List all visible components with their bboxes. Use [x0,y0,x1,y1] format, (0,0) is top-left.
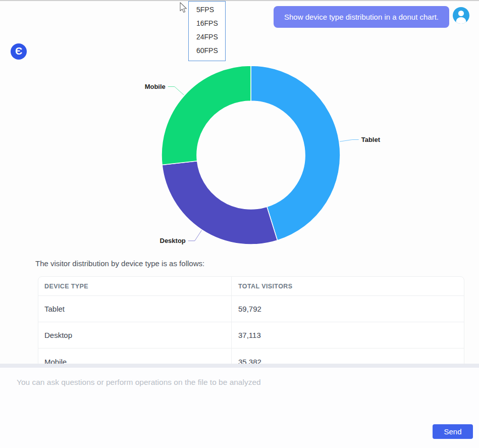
fps-menu-item-16fps[interactable]: 16FPS [189,17,225,30]
donut-chart[interactable]: TabletDesktopMobile [0,1,479,264]
label-line-desktop [188,230,202,241]
cell-total-visitors: 35,382 [232,349,464,364]
cell-device-type: Tablet [38,296,232,322]
send-button[interactable]: Send [433,424,473,439]
slice-label-mobile: Mobile [145,83,166,90]
cell-total-visitors: 59,792 [232,296,464,322]
donut-slice-mobile[interactable] [162,66,251,165]
app-window: Є Show device type distribution in a don… [0,0,479,448]
table-body: Tablet59,792Desktop37,113Mobile35,382 [38,296,464,364]
fps-dropdown-menu: 5FPS16FPS24FPS60FPS [188,1,226,61]
fps-menu-item-5fps[interactable]: 5FPS [189,3,225,17]
table-header-total-visitors: TOTAL VISITORS [232,277,464,295]
table-header-row: DEVICE TYPE TOTAL VISITORS [38,277,464,296]
fps-menu-item-24fps[interactable]: 24FPS [189,30,225,44]
label-line-tablet [340,140,359,142]
device-table: DEVICE TYPE TOTAL VISITORS Tablet59,792D… [38,276,464,364]
cell-device-type: Mobile [38,349,232,364]
composer-divider [0,364,479,368]
table-row-desktop: Desktop37,113 [38,322,464,349]
donut-slice-desktop[interactable] [162,161,277,244]
cell-total-visitors: 37,113 [232,322,464,348]
cell-device-type: Desktop [38,322,232,348]
slice-label-tablet: Tablet [361,136,381,143]
table-row-tablet: Tablet59,792 [38,296,464,322]
fps-menu-item-60fps[interactable]: 60FPS [189,44,225,58]
composer-panel: Send [0,368,479,448]
table-row-mobile: Mobile35,382 [38,349,464,364]
table-header-device-type: DEVICE TYPE [38,277,232,295]
slice-label-desktop: Desktop [160,237,186,244]
message-input[interactable] [17,378,461,423]
label-line-mobile [168,87,184,95]
chat-scroll-area[interactable]: Є Show device type distribution in a don… [0,1,479,364]
